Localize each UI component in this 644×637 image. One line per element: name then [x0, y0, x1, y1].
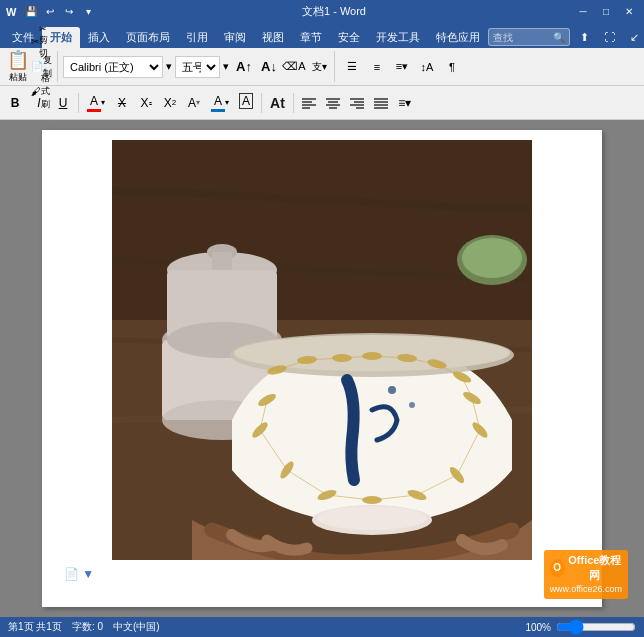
search-icon: 🔍 — [553, 32, 565, 43]
toolbar-row2: B I U A ▾ X X₂ X2 A▾ A ▾ A At — [0, 86, 644, 120]
doc-action-icon[interactable]: 📄 ▼ — [64, 567, 94, 581]
highlight-bar — [211, 109, 225, 112]
superscript-btn[interactable]: X2 — [159, 92, 181, 114]
divider2 — [261, 93, 262, 113]
decrease-font-btn[interactable]: A↓ — [257, 55, 281, 79]
svg-point-54 — [317, 506, 427, 530]
svg-point-56 — [462, 238, 522, 278]
strikethrough-btn[interactable]: X — [111, 92, 133, 114]
zoom-percent: 100% — [525, 622, 551, 633]
cut-btn[interactable]: ✂ ✂ 剪切 — [30, 30, 54, 54]
at-btn[interactable]: At — [266, 92, 289, 114]
title-text: 文档1 - Word — [96, 4, 572, 19]
outline-btn[interactable]: ≡▾ — [390, 55, 414, 79]
char-shading-btn[interactable]: A — [235, 92, 257, 114]
svg-text:W: W — [6, 6, 17, 18]
font-size-arrow: ▾ — [223, 60, 229, 73]
search-input[interactable] — [493, 32, 553, 43]
brand-name: Office教程网 — [568, 553, 622, 584]
fullscreen-icon[interactable]: ⛶ — [598, 26, 620, 48]
tab-review[interactable]: 审阅 — [216, 27, 254, 48]
maximize-btn[interactable]: □ — [595, 0, 617, 22]
font-name-arrow: ▾ — [166, 60, 172, 73]
watermark: O Office教程网 www.office26.com — [544, 550, 628, 599]
paste-btn[interactable]: 📋 粘贴 — [7, 49, 29, 84]
font-group: Calibri (正文) 宋体 黑体 微软雅黑 ▾ 五号 四号 小四 三号 ▾ … — [60, 51, 335, 82]
toolbar-row1: 📋 粘贴 ✂ ✂ 剪切 📄 复制 🖌 格式刷 Calibri (正文) 宋体 黑… — [0, 48, 644, 86]
brand-logo: O — [550, 559, 565, 577]
doc-area: 📄 ▼ — [0, 120, 644, 617]
bold-btn[interactable]: B — [4, 92, 26, 114]
svg-point-36 — [409, 402, 415, 408]
minimize-btn[interactable]: ─ — [572, 0, 594, 22]
word-icon[interactable]: W — [4, 3, 20, 19]
distributed-btn[interactable]: ≡▾ — [394, 92, 416, 114]
font-color-bar — [87, 109, 101, 112]
svg-rect-31 — [212, 252, 232, 270]
show-formatting-btn[interactable]: ¶ — [440, 55, 464, 79]
window-controls[interactable]: ─ □ ✕ — [572, 0, 640, 22]
tab-insert[interactable]: 插入 — [80, 27, 118, 48]
title-bar: W 💾 ↩ ↪ ▾ 文档1 - Word ─ □ ✕ — [0, 0, 644, 22]
tab-special[interactable]: 特色应用 — [428, 27, 488, 48]
divider3 — [293, 93, 294, 113]
search-box[interactable]: 🔍 — [488, 28, 570, 46]
zoom-slider[interactable] — [556, 619, 636, 635]
ordered-list-btn[interactable]: ≡ — [365, 55, 389, 79]
status-bar: 第1页 共1页 字数: 0 中文(中国) 100% — [0, 617, 644, 637]
tab-section[interactable]: 章节 — [292, 27, 330, 48]
highlight-btn[interactable]: A ▾ — [207, 92, 233, 114]
align-center-btn[interactable] — [322, 92, 344, 114]
zoom-area: 100% — [525, 619, 636, 635]
doc-image — [112, 140, 532, 560]
language: 中文(中国) — [113, 620, 160, 634]
subscript-btn[interactable]: X₂ — [135, 92, 157, 114]
increase-font-btn[interactable]: A↑ — [232, 55, 256, 79]
ribbon-right-area: 🔍 ⬆ ⛶ ↙ ? — [488, 26, 644, 48]
tab-references[interactable]: 引用 — [178, 27, 216, 48]
tab-view[interactable]: 视图 — [254, 27, 292, 48]
tab-layout[interactable]: 页面布局 — [118, 27, 178, 48]
svg-point-35 — [388, 386, 396, 394]
sort-btn[interactable]: ↕A — [415, 55, 439, 79]
close-btn[interactable]: ✕ — [618, 0, 640, 22]
restore-icon[interactable]: ↙ — [623, 26, 644, 48]
doc-action-area: 📄 ▼ — [62, 565, 582, 583]
align-right-btn[interactable] — [346, 92, 368, 114]
font-size-select[interactable]: 五号 四号 小四 三号 — [175, 56, 220, 78]
undo-icon[interactable]: ↩ — [42, 3, 58, 19]
customize-icon[interactable]: ▾ — [80, 3, 96, 19]
justify-btn[interactable] — [370, 92, 392, 114]
ribbon-tabs: 文件 开始 插入 页面布局 引用 审阅 视图 章节 安全 开发工具 特色应用 🔍… — [0, 22, 644, 48]
redo-icon[interactable]: ↪ — [61, 3, 77, 19]
doc-page: 📄 ▼ — [42, 130, 602, 607]
clipboard-group: 📋 粘贴 ✂ ✂ 剪切 📄 复制 🖌 格式刷 — [4, 51, 58, 82]
brand-url: www.office26.com — [550, 583, 622, 596]
italic-btn[interactable]: I — [28, 92, 50, 114]
share-icon[interactable]: ⬆ — [573, 26, 595, 48]
underline-btn[interactable]: U — [52, 92, 74, 114]
text-effect-btn[interactable]: A▾ — [183, 92, 205, 114]
save-icon[interactable]: 💾 — [23, 3, 39, 19]
phonetic-btn[interactable]: 支▾ — [307, 55, 331, 79]
page-count: 第1页 共1页 — [8, 620, 62, 634]
align-left-btn[interactable] — [298, 92, 320, 114]
tab-developer[interactable]: 开发工具 — [368, 27, 428, 48]
unordered-list-btn[interactable]: ☰ — [340, 55, 364, 79]
font-color-btn[interactable]: A ▾ — [83, 92, 109, 114]
divider1 — [78, 93, 79, 113]
title-bar-icons: W 💾 ↩ ↪ ▾ — [4, 3, 96, 19]
tab-security[interactable]: 安全 — [330, 27, 368, 48]
clear-format-btn2[interactable]: ⌫A — [282, 55, 306, 79]
font-name-select[interactable]: Calibri (正文) 宋体 黑体 微软雅黑 — [63, 56, 163, 78]
list-group: ☰ ≡ ≡▾ ↕A ¶ — [337, 51, 467, 82]
word-count: 字数: 0 — [72, 620, 103, 634]
